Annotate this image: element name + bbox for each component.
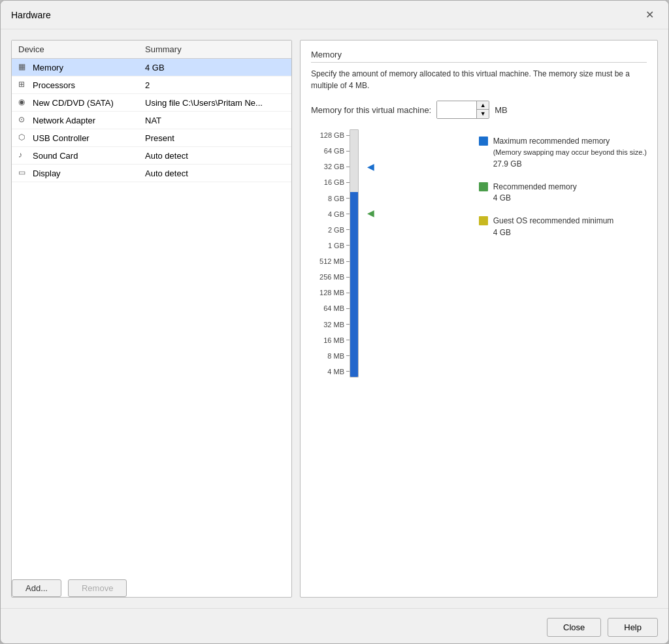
device-name-cell: ⊞ Processors	[12, 76, 139, 94]
device-name-cell: ▭ Display	[12, 165, 139, 182]
slider-label-2: 32 GB	[311, 161, 350, 172]
col-summary: Summary	[139, 40, 291, 59]
legend-color-2	[479, 216, 488, 225]
add-button[interactable]: Add...	[12, 579, 61, 597]
device-table: Device Summary ▦ Memory 4 GB ⊞ Processor…	[12, 40, 291, 182]
legend-label-0: Maximum recommended memory(Memory swappi…	[493, 136, 647, 158]
slider-label-4: 8 GB	[311, 193, 350, 204]
slider-label-8: 512 MB	[311, 256, 350, 266]
label-text-5: 4 GB	[311, 210, 346, 218]
legend-value-0: 27.9 GB	[493, 159, 647, 169]
hardware-dialog: Hardware ✕ Device Summary ▦	[0, 0, 669, 644]
device-label: Display	[33, 169, 61, 178]
device-summary: Auto detect	[139, 147, 291, 165]
device-row-memory[interactable]: ▦ Memory 4 GB	[12, 59, 291, 76]
slider-label-13: 16 MB	[311, 335, 350, 346]
device-row-display[interactable]: ▭ Display Auto detect	[12, 165, 291, 182]
memory-input-label: Memory for this virtual machine:	[311, 105, 431, 115]
recommended-memory-arrow: ◀	[367, 208, 374, 217]
slider-label-1: 64 GB	[311, 146, 350, 156]
device-summary: Auto detect	[139, 165, 291, 182]
label-text-15: 4 MB	[311, 368, 346, 376]
device-summary: Using file C:\Users\Pritam Ne...	[139, 94, 291, 112]
legend-title-row-2: Guest OS recommended minimum	[479, 216, 647, 227]
device-label: USB Controller	[33, 133, 90, 143]
device-row-sound[interactable]: ♪ Sound Card Auto detect	[12, 147, 291, 165]
label-text-0: 128 GB	[311, 131, 346, 139]
legend-item-2: Guest OS recommended minimum 4 GB	[479, 216, 647, 237]
slider-label-9: 256 MB	[311, 272, 350, 282]
device-name-cell: ◉ New CD/DVD (SATA)	[12, 94, 139, 112]
label-text-2: 32 GB	[311, 163, 346, 170]
device-row-network[interactable]: ⊙ Network Adapter NAT	[12, 112, 291, 129]
display-icon: ▭	[18, 168, 29, 178]
label-text-8: 512 MB	[311, 257, 346, 265]
processor-icon: ⊞	[18, 80, 29, 90]
slider-label-7: 1 GB	[311, 240, 350, 251]
slider-label-14: 8 MB	[311, 351, 350, 361]
device-label: Memory	[33, 63, 63, 72]
track-fill	[350, 192, 358, 378]
device-row-processors[interactable]: ⊞ Processors 2	[12, 76, 291, 94]
slider-label-15: 4 MB	[311, 366, 350, 377]
legend-title-row-1: Recommended memory	[479, 182, 647, 193]
memory-input-row: Memory for this virtual machine: 16384 ▲…	[311, 101, 647, 119]
label-text-4: 8 GB	[311, 195, 346, 202]
network-icon: ⊙	[18, 115, 29, 125]
section-header: Memory	[311, 50, 647, 63]
device-summary: 2	[139, 76, 291, 94]
memory-value-input[interactable]: 16384	[437, 101, 476, 118]
max-memory-arrow: ◀	[367, 162, 374, 171]
label-text-6: 2 GB	[311, 226, 346, 234]
help-button[interactable]: Help	[608, 618, 658, 637]
label-text-9: 256 MB	[311, 273, 346, 281]
slider-labels-column: 128 GB64 GB32 GB16 GB8 GB4 GB2 GB1 GB512…	[311, 129, 350, 378]
device-label: Processors	[33, 80, 75, 90]
remove-button[interactable]: Remove	[68, 579, 127, 597]
legend-item-0: Maximum recommended memory(Memory swappi…	[479, 136, 647, 169]
memory-track[interactable]	[350, 129, 359, 378]
memory-unit-label: MB	[495, 105, 508, 115]
cdrom-icon: ◉	[18, 97, 29, 108]
main-area: Device Summary ▦ Memory 4 GB ⊞ Processor…	[11, 40, 658, 598]
slider-label-10: 128 MB	[311, 287, 350, 298]
spinbox-buttons: ▲ ▼	[476, 101, 489, 118]
device-name-cell: ♪ Sound Card	[12, 147, 139, 165]
slider-label-11: 64 MB	[311, 303, 350, 314]
device-row-usb[interactable]: ⬡ USB Controller Present	[12, 129, 291, 147]
close-button[interactable]: Close	[547, 618, 601, 637]
legend-title-row-0: Maximum recommended memory(Memory swappi…	[479, 136, 647, 158]
device-summary: Present	[139, 129, 291, 147]
slider-label-12: 32 MB	[311, 319, 350, 330]
bottom-left-buttons: Add... Remove	[12, 574, 291, 597]
window-close-button[interactable]: ✕	[642, 7, 658, 22]
device-label: New CD/DVD (SATA)	[33, 98, 114, 108]
spinbox-down-button[interactable]: ▼	[477, 110, 489, 118]
description-text: Specify the amount of memory allocated t…	[311, 68, 647, 91]
title-bar: Hardware ✕	[1, 1, 668, 29]
right-panel: Memory Specify the amount of memory allo…	[300, 40, 658, 598]
device-summary: NAT	[139, 112, 291, 129]
label-text-11: 64 MB	[311, 304, 346, 312]
legend-value-1: 4 GB	[493, 193, 647, 202]
slider-label-6: 2 GB	[311, 225, 350, 235]
legend-color-0	[479, 137, 488, 146]
device-name-cell: ⬡ USB Controller	[12, 129, 139, 147]
label-text-13: 16 MB	[311, 336, 346, 344]
footer-row: Close Help	[1, 608, 668, 643]
track-area: ◀ ◀	[350, 129, 374, 378]
memory-spinbox[interactable]: 16384 ▲ ▼	[436, 101, 489, 119]
memory-icon: ▦	[18, 62, 29, 72]
slider-label-3: 16 GB	[311, 177, 350, 187]
device-summary: 4 GB	[139, 59, 291, 76]
label-text-12: 32 MB	[311, 321, 346, 329]
device-label: Sound Card	[33, 151, 78, 161]
spinbox-up-button[interactable]: ▲	[477, 101, 489, 110]
vis-wrapper: 128 GB64 GB32 GB16 GB8 GB4 GB2 GB1 GB512…	[311, 129, 466, 588]
left-panel: Device Summary ▦ Memory 4 GB ⊞ Processor…	[11, 40, 292, 598]
label-text-7: 1 GB	[311, 242, 346, 250]
arrows-column: ◀ ◀	[359, 129, 374, 378]
device-row-cd-dvd[interactable]: ◉ New CD/DVD (SATA) Using file C:\Users\…	[12, 94, 291, 112]
device-label: Network Adapter	[33, 116, 95, 125]
sound-icon: ♪	[18, 150, 29, 161]
